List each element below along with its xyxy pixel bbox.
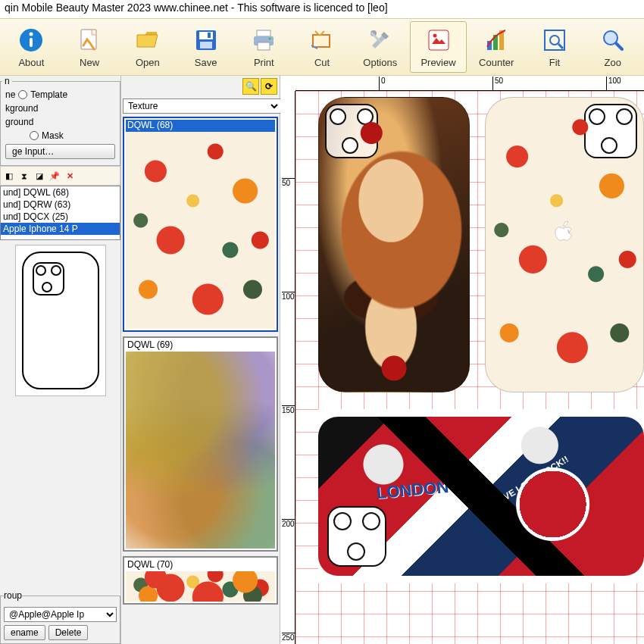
rename-button[interactable]: ename: [4, 625, 45, 640]
svg-rect-10: [258, 42, 270, 50]
mirror-icon[interactable]: ◪: [33, 169, 46, 183]
svg-point-22: [550, 36, 559, 45]
fit-label: Fit: [549, 57, 560, 68]
mask-radio[interactable]: [30, 131, 39, 140]
zoom-label: Zoo: [605, 57, 621, 68]
delete-button[interactable]: Delete: [48, 625, 89, 640]
texture-thumb: [126, 352, 275, 549]
svg-point-2: [30, 32, 33, 36]
texture-panel: 🔍 ⟳ Texture DQWL (68) DQWL (69) DQWL (70…: [121, 76, 280, 644]
new-label: New: [80, 57, 99, 68]
counter-label: Counter: [479, 57, 514, 68]
ruler-horizontal: 0 50 100: [295, 76, 644, 91]
options-icon: [367, 27, 394, 54]
list-item[interactable]: und] DQWL (68): [1, 186, 120, 199]
preview-label: Preview: [420, 57, 455, 68]
texture-category-select[interactable]: Texture: [123, 98, 281, 114]
about-button[interactable]: About: [3, 21, 60, 73]
texture-item[interactable]: DQWL (69): [123, 336, 278, 552]
skin-floral-back[interactable]: [485, 97, 644, 392]
fit-icon: [541, 27, 568, 54]
open-label: Open: [136, 57, 160, 68]
svg-rect-13: [317, 38, 327, 44]
about-label: About: [18, 57, 44, 68]
svg-rect-7: [208, 33, 211, 38]
counter-button[interactable]: Counter: [468, 21, 525, 73]
texture-thumb: [126, 132, 275, 329]
foreground-label: ground: [5, 117, 33, 127]
texture-item[interactable]: DQWL (68): [123, 117, 278, 332]
svg-rect-16: [429, 30, 449, 50]
options-button[interactable]: Options: [352, 21, 408, 73]
list-item-selected[interactable]: Apple Iphone 14 P: [1, 223, 120, 235]
camera-cutout: [584, 104, 637, 158]
skin-wrap[interactable]: LONDON VE LOVE ROCK!!: [318, 409, 644, 583]
apple-logo-icon: [553, 220, 576, 245]
texture-thumb: [126, 571, 275, 602]
option-label-1a: ne: [5, 89, 15, 100]
fit-button[interactable]: Fit: [527, 21, 583, 73]
new-button[interactable]: New: [61, 21, 118, 73]
template-radio[interactable]: [18, 90, 27, 99]
print-label: Print: [254, 57, 274, 68]
image-input-button[interactable]: ge Input…: [5, 144, 115, 159]
new-file-icon: [76, 27, 103, 54]
save-icon: [192, 27, 220, 54]
template-preview: [15, 245, 106, 396]
svg-rect-5: [199, 32, 213, 39]
ruler-vertical: 50 100 150 200 250: [280, 91, 295, 644]
svg-rect-1: [30, 38, 33, 47]
texture-item[interactable]: DQWL (70): [123, 556, 278, 605]
preview-icon: [425, 27, 452, 54]
london-text: LONDON: [376, 477, 449, 503]
svg-point-11: [269, 37, 271, 39]
pin-icon[interactable]: 📌: [48, 169, 61, 183]
options-label: Options: [363, 57, 397, 68]
texture-search-button[interactable]: 🔍: [242, 78, 259, 95]
main-toolbar: About New Open Save Print Cut Options Pr…: [0, 18, 644, 76]
svg-rect-8: [257, 30, 270, 36]
texture-label: DQWL (69): [126, 339, 275, 352]
list-item[interactable]: und] DQRW (63): [1, 199, 120, 211]
window-title: qin Mobile Beauty Master 2023 www.chinee…: [0, 0, 644, 18]
open-button[interactable]: Open: [119, 21, 176, 73]
list-item[interactable]: und] DQCX (25): [1, 211, 120, 223]
svg-point-17: [433, 33, 436, 37]
texture-refresh-button[interactable]: ⟳: [261, 78, 277, 95]
print-button[interactable]: Print: [236, 21, 292, 73]
texture-label: DQWL (68): [126, 120, 275, 132]
cut-button[interactable]: Cut: [294, 21, 351, 73]
camera-cutout: [327, 506, 386, 567]
delete-icon[interactable]: ✕: [63, 169, 77, 183]
camera-cutout: [325, 104, 378, 158]
group-select[interactable]: @Apple@Apple Ip: [4, 607, 117, 622]
mask-label: Mask: [42, 130, 64, 141]
svg-rect-6: [200, 42, 212, 48]
info-icon: [17, 27, 45, 54]
save-label: Save: [195, 57, 217, 68]
counter-icon: [483, 27, 510, 54]
template-label: Template: [30, 89, 67, 100]
open-folder-icon: [134, 27, 161, 54]
group-title: roup: [4, 590, 22, 601]
cut-label: Cut: [314, 57, 330, 68]
left-panel: n ne Template kground ground Mask ge Inp…: [0, 76, 121, 644]
flip-h-icon[interactable]: ◧: [2, 169, 16, 183]
cut-icon: [308, 27, 336, 54]
zoom-icon: [599, 27, 627, 54]
canvas-area: 0 50 100 50 100 150 200 250 LONDON: [280, 76, 644, 644]
preview-button[interactable]: Preview: [410, 21, 467, 73]
option-group-title: n: [2, 76, 12, 86]
texture-label: DQWL (70): [126, 559, 275, 571]
printer-icon: [250, 27, 277, 54]
layer-toolbar: ◧ ⧗ ◪ 📌 ✕: [0, 166, 120, 186]
background-label: kground: [5, 103, 38, 114]
rock-text: VE LOVE ROCK!!: [490, 445, 582, 511]
zoom-button[interactable]: Zoo: [584, 21, 641, 73]
design-canvas[interactable]: LONDON VE LOVE ROCK!!: [295, 91, 644, 644]
flip-v-icon[interactable]: ⧗: [17, 169, 31, 183]
save-button[interactable]: Save: [177, 21, 234, 73]
layer-list[interactable]: und] DQWL (68) und] DQRW (63) und] DQCX …: [0, 186, 120, 240]
skin-portrait[interactable]: [318, 97, 470, 392]
